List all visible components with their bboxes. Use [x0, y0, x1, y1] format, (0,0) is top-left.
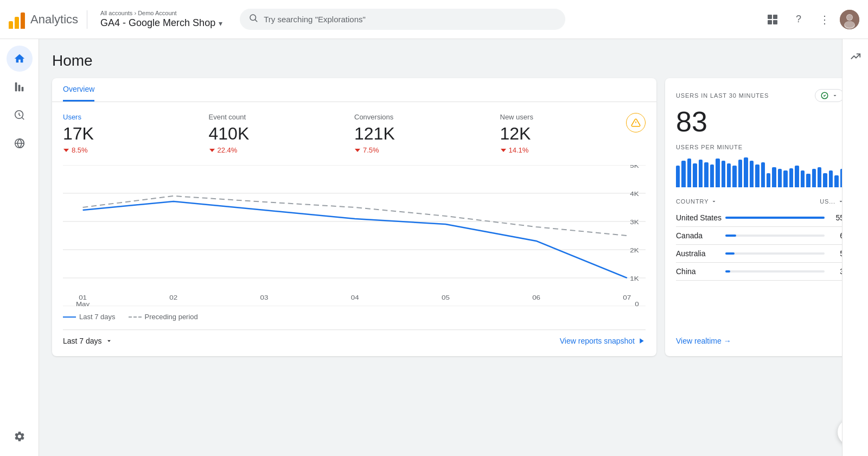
metric-conversions-label: Conversions — [354, 113, 487, 121]
metric-event-change: 22.4% — [209, 146, 342, 154]
chart-area: 5K 4K 3K 2K 1K 0 01 Ma — [63, 165, 646, 306]
svg-text:4K: 4K — [630, 191, 639, 198]
chart-legend: Last 7 days Preceding period — [63, 313, 646, 321]
mini-bar-15 — [761, 162, 765, 187]
right-panel-toggle — [842, 39, 868, 456]
check-icon — [821, 92, 828, 99]
tab-overview[interactable]: Overview — [63, 78, 94, 102]
mini-bar-24 — [812, 169, 816, 187]
metric-new-users-value: 12K — [500, 123, 633, 144]
cards-row: Overview Users 17K 8.5% Event count — [52, 78, 855, 356]
metric-users-value: 17K — [63, 123, 196, 144]
mini-bar-3 — [693, 163, 697, 187]
realtime-count: 83 — [676, 106, 844, 137]
realtime-subtitle: USERS PER MINUTE — [676, 144, 844, 150]
logo-bar-1 — [9, 21, 13, 29]
mini-bar-16 — [767, 173, 770, 188]
mini-bar-28 — [834, 175, 838, 187]
account-selector[interactable]: All accounts › Demo Account GA4 - Google… — [96, 10, 227, 29]
metric-new-users-label: New users — [500, 113, 633, 121]
logo-bar-3 — [21, 12, 25, 29]
logo-bar-2 — [15, 17, 19, 29]
down-arrow-icon-2 — [209, 147, 215, 154]
legend-dashed: Preceding period — [129, 313, 198, 321]
metric-users-label: Users — [63, 113, 196, 121]
users-filter[interactable]: US... — [820, 198, 844, 205]
settings-button[interactable] — [7, 423, 33, 449]
sidebar-item-reports[interactable] — [7, 74, 33, 100]
svg-text:3K: 3K — [630, 219, 639, 226]
metric-event-count[interactable]: Event count 410K 22.4% — [209, 113, 355, 154]
svg-text:5K: 5K — [630, 165, 639, 169]
country-bar-wrap-2 — [725, 252, 825, 255]
sidebar-item-advertising[interactable] — [7, 130, 33, 156]
mini-bar-23 — [806, 174, 810, 187]
metric-users[interactable]: Users 17K 8.5% — [63, 113, 209, 154]
realtime-status[interactable] — [815, 89, 844, 102]
legend-solid-label: Last 7 days — [79, 313, 116, 321]
country-table: United States 55 Canada 6 Australia 5 Ch… — [676, 209, 844, 281]
help-button[interactable]: ? — [788, 9, 809, 30]
legend-dashed-label: Preceding period — [145, 313, 198, 321]
grid-icon — [768, 15, 777, 24]
svg-text:1K: 1K — [630, 276, 639, 283]
card-body: Users 17K 8.5% Event count 410K 22.4% — [52, 102, 656, 356]
mini-bar-1 — [681, 161, 685, 187]
legend-solid: Last 7 days — [63, 313, 116, 321]
svg-point-5 — [847, 15, 852, 20]
country-filter[interactable]: COUNTRY — [676, 198, 717, 205]
card-tab-bar: Overview — [52, 78, 656, 102]
mini-bar-10 — [732, 166, 736, 187]
metric-new-users-change: 14.1% — [500, 146, 633, 154]
mini-bar-4 — [699, 160, 703, 187]
metric-conversions[interactable]: Conversions 121K 7.5% — [354, 113, 500, 154]
country-bar-wrap-0 — [725, 217, 825, 219]
arrow-right-icon — [637, 337, 646, 345]
view-reports-link[interactable]: View reports snapshot — [560, 337, 646, 345]
metric-conversions-change: 7.5% — [354, 146, 487, 154]
country-bar-wrap-3 — [725, 270, 825, 273]
country-bar-1 — [725, 235, 736, 237]
metric-new-users[interactable]: New users 12K 14.1% — [500, 113, 646, 154]
country-bar-wrap-1 — [725, 235, 825, 237]
svg-point-0 — [250, 15, 256, 21]
realtime-header: USERS IN LAST 30 MINUTES — [676, 89, 844, 102]
svg-text:02: 02 — [169, 295, 177, 302]
help-icon: ? — [796, 14, 801, 25]
mini-bar-chart — [676, 155, 844, 187]
country-name-2: Australia — [676, 249, 725, 258]
more-options-button[interactable]: ⋮ — [814, 9, 835, 30]
mini-bar-11 — [738, 160, 742, 187]
status-dropdown-icon — [832, 92, 838, 99]
svg-text:01: 01 — [79, 295, 87, 302]
svg-text:04: 04 — [351, 295, 359, 302]
mini-bar-5 — [704, 162, 708, 187]
country-row-1[interactable]: Canada 6 — [676, 227, 844, 245]
trend-toggle-button[interactable] — [845, 46, 866, 67]
svg-line-1 — [256, 20, 257, 21]
mini-bar-6 — [710, 164, 714, 188]
grid-menu-button[interactable] — [762, 9, 783, 30]
sidebar — [0, 39, 39, 456]
view-reports-label: View reports snapshot — [560, 337, 635, 345]
sidebar-item-explore[interactable] — [7, 102, 33, 128]
country-row-0[interactable]: United States 55 — [676, 209, 844, 227]
breadcrumb: All accounts › Demo Account — [100, 10, 222, 16]
view-realtime-link[interactable]: View realtime → — [676, 337, 844, 345]
country-row-2[interactable]: Australia 5 — [676, 245, 844, 263]
country-row-3[interactable]: China 3 — [676, 263, 844, 281]
svg-text:07: 07 — [623, 295, 631, 302]
realtime-card: USERS IN LAST 30 MINUTES 83 USERS PER MI… — [665, 78, 855, 356]
warning-icon[interactable] — [626, 113, 646, 132]
svg-rect-8 — [18, 85, 20, 91]
metric-conversions-value: 121K — [354, 123, 487, 144]
sidebar-item-home[interactable] — [7, 46, 33, 72]
metric-event-label: Event count — [209, 113, 342, 121]
mini-bar-12 — [744, 157, 748, 187]
search-bar[interactable]: Try searching "Explorations" — [240, 9, 565, 30]
mini-bar-9 — [727, 163, 731, 187]
period-selector[interactable]: Last 7 days — [63, 337, 113, 345]
mini-bar-26 — [823, 173, 827, 188]
account-name[interactable]: GA4 - Google Merch Shop ▾ — [100, 17, 222, 29]
user-avatar[interactable] — [840, 10, 859, 29]
